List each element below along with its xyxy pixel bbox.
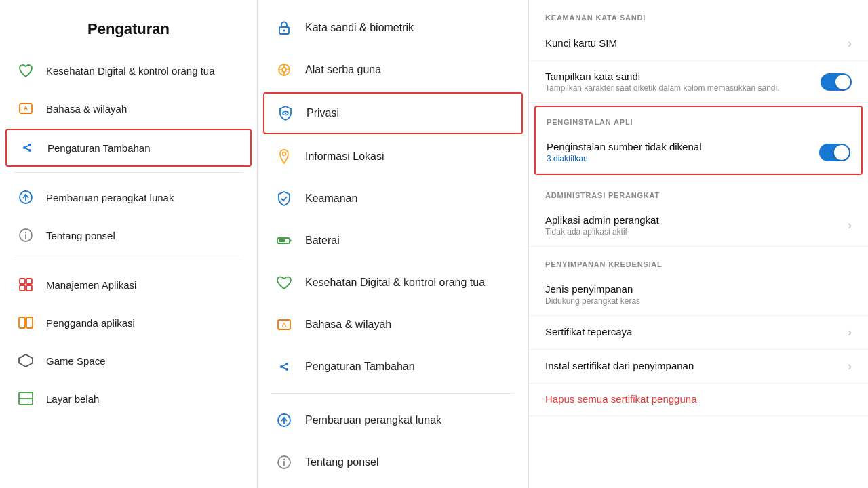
svg-line-5	[24, 145, 30, 148]
middle-item-kesehatan2[interactable]: Kesehatan Digital & kontrol orang tua	[258, 262, 528, 304]
sidebar-item-gamespace-label: Game Space	[46, 355, 106, 367]
right-item-jenis-content: Jenis penyimpanan Didukung perangkat ker…	[545, 283, 852, 306]
svg-point-29	[285, 113, 286, 114]
sidebar-item-layar-label: Layar belah	[46, 393, 99, 405]
right-item-sumber-tidak-dikenal[interactable]: Penginstalan sumber tidak dikenal 3 diak…	[536, 131, 861, 174]
sidebar-item-pembaruan-label: Pembaruan perangkat lunak	[46, 192, 174, 203]
svg-rect-12	[20, 279, 25, 284]
sidebar-item-bahasa-label: Bahasa & wilayah	[46, 103, 127, 115]
middle-item-baterai[interactable]: Baterai	[258, 220, 528, 262]
sidebar-item-pengganda-label: Pengganda aplikasi	[46, 317, 135, 329]
right-item-sumber-title: Penginstalan sumber tidak dikenal	[547, 141, 811, 152]
left-panel: Pengaturan Kesehatan Digital & kontrol o…	[0, 0, 258, 488]
middle-item-privasi[interactable]: Privasi	[263, 92, 523, 134]
info-icon	[16, 226, 35, 245]
right-item-admin-content: Aplikasi admin perangkat Tidak ada aplik…	[545, 214, 840, 237]
divider-1	[14, 172, 243, 173]
middle-item-pembaruan2-label: Pembaruan perangkat lunak	[305, 414, 441, 426]
section-header-administrasi: ADMINISTRASI PERANGKAT	[529, 178, 868, 205]
middle-item-tentang2-label: Tentang ponsel	[305, 456, 379, 468]
dual-icon	[16, 313, 35, 332]
right-item-instal-title: Instal sertifikat dari penyimpanan	[545, 360, 840, 371]
toggle-tampilkan-sandi[interactable]	[821, 73, 852, 91]
sidebar-item-pengaturan-tambahan[interactable]: Pengaturan Tambahan	[5, 129, 252, 167]
middle-item-pembaruan2[interactable]: Pembaruan perangkat lunak	[258, 399, 528, 441]
svg-text:A: A	[282, 321, 287, 328]
middle-item-lokasi-label: Informasi Lokasi	[305, 150, 384, 163]
sidebar-item-pembaruan[interactable]: Pembaruan perangkat lunak	[0, 178, 257, 216]
page-title: Pengaturan	[0, 14, 257, 52]
right-item-hapus-title: Hapus semua sertifikat pengguna	[545, 393, 852, 405]
right-item-tampilkan-sandi[interactable]: Tampilkan kata sandi Tampilkan karakter …	[529, 61, 868, 103]
right-panel: KEAMANAN KATA SANDI Kunci kartu SIM › Ta…	[529, 0, 868, 488]
middle-panel: Kata sandi & biometrik Alat serba guna P…	[258, 0, 529, 488]
svg-point-21	[283, 30, 285, 32]
sidebar-item-layar[interactable]: Layar belah	[0, 380, 257, 418]
middle-divider	[271, 393, 515, 394]
middle-item-alat-label: Alat serba guna	[305, 64, 381, 76]
right-item-admin-perangkat[interactable]: Aplikasi admin perangkat Tidak ada aplik…	[529, 205, 868, 247]
right-item-jenis-title: Jenis penyimpanan	[545, 283, 852, 295]
section-header-penyimpanan: PENYIMPANAN KREDENSIAL	[529, 247, 868, 274]
right-item-instal-sertifikat[interactable]: Instal sertifikat dari penyimpanan ›	[529, 350, 868, 384]
middle-item-kesehatan2-label: Kesehatan Digital & kontrol orang tua	[305, 277, 485, 289]
heart-icon	[16, 61, 35, 80]
chevron-icon-sertifikat: ›	[848, 325, 852, 340]
sidebar-item-tentang[interactable]: Tentang ponsel	[0, 216, 257, 254]
sidebar-item-tentang-label: Tentang ponsel	[46, 230, 115, 241]
grid-icon	[16, 275, 35, 294]
divider-2	[14, 260, 243, 260]
chevron-icon-admin: ›	[848, 218, 852, 232]
arrow-up-icon	[16, 188, 35, 207]
middle-item-lokasi[interactable]: Informasi Lokasi	[258, 136, 528, 178]
right-item-jenis-subtitle: Didukung perangkat keras	[545, 296, 852, 306]
sidebar-item-manajemen[interactable]: Manajemen Aplikasi	[0, 266, 257, 304]
sidebar-item-bahasa[interactable]: A Bahasa & wilayah	[0, 89, 257, 127]
svg-rect-15	[26, 285, 32, 291]
right-item-tampilkan-sandi-title: Tampilkan kata sandi	[545, 70, 812, 82]
middle-item-keamanan[interactable]: Keamanan	[258, 178, 528, 220]
svg-text:A: A	[24, 105, 28, 112]
game-icon	[16, 351, 35, 370]
section-administrasi: ADMINISTRASI PERANGKAT Aplikasi admin pe…	[529, 178, 868, 247]
right-item-sertifikat-tepercaya-content: Sertifikat tepercaya	[545, 326, 840, 339]
sidebar-item-gamespace[interactable]: Game Space	[0, 342, 257, 380]
right-item-kunci-sim[interactable]: Kunci kartu SIM ›	[529, 27, 868, 61]
right-item-sertifikat-tepercaya[interactable]: Sertifikat tepercaya ›	[529, 316, 868, 350]
svg-point-23	[282, 68, 286, 72]
battery-icon	[274, 230, 294, 251]
right-item-tampilkan-sandi-content: Tampilkan kata sandi Tampilkan karakter …	[545, 70, 812, 93]
right-item-kunci-sim-content: Kunci kartu SIM	[545, 37, 840, 50]
right-item-sertifikat-tepercaya-title: Sertifikat tepercaya	[545, 326, 840, 338]
svg-line-39	[281, 364, 287, 367]
right-item-kunci-sim-title: Kunci kartu SIM	[545, 37, 840, 49]
svg-line-40	[281, 367, 287, 369]
middle-item-bahasa2[interactable]: A Bahasa & wilayah	[258, 304, 528, 346]
sidebar-item-pengganda[interactable]: Pengganda aplikasi	[0, 304, 257, 342]
section-penginstalan-box: PENGINSTALAN APLI Penginstalan sumber ti…	[534, 106, 863, 175]
section-penyimpanan: PENYIMPANAN KREDENSIAL Jenis penyimpanan…	[529, 247, 868, 416]
middle-item-privasi-label: Privasi	[307, 107, 339, 119]
language-icon-2: A	[274, 314, 294, 335]
middle-item-tentang2[interactable]: Tentang ponsel	[258, 441, 528, 483]
sidebar-item-pengaturan-tambahan-label: Pengaturan Tambahan	[47, 142, 151, 154]
svg-rect-16	[19, 317, 25, 328]
middle-item-alat[interactable]: Alat serba guna	[258, 49, 528, 91]
toggle-sumber-tidak-dikenal[interactable]	[819, 144, 850, 161]
svg-point-44	[283, 459, 285, 460]
right-item-admin-title: Aplikasi admin perangkat	[545, 214, 840, 226]
location-icon	[274, 146, 294, 167]
middle-item-pengaturan2[interactable]: Pengaturan Tambahan	[258, 346, 528, 388]
sidebar-item-kesehatan[interactable]: Kesehatan Digital & kontrol orang tua	[0, 52, 257, 89]
middle-item-kata-sandi[interactable]: Kata sandi & biometrik	[258, 7, 528, 49]
right-item-instal-content: Instal sertifikat dari penyimpanan	[545, 360, 840, 373]
right-item-jenis-penyimpanan[interactable]: Jenis penyimpanan Didukung perangkat ker…	[529, 274, 868, 316]
svg-point-10	[25, 232, 26, 233]
dots-icon-2	[274, 357, 294, 377]
middle-item-pengaturan2-label: Pengaturan Tambahan	[305, 361, 415, 373]
svg-point-30	[283, 152, 286, 156]
section-header-keamanan: KEAMANAN KATA SANDI	[529, 0, 868, 27]
middle-item-baterai-label: Baterai	[305, 235, 340, 247]
right-item-hapus-sertifikat[interactable]: Hapus semua sertifikat pengguna	[529, 384, 868, 416]
shield-icon	[274, 188, 294, 209]
